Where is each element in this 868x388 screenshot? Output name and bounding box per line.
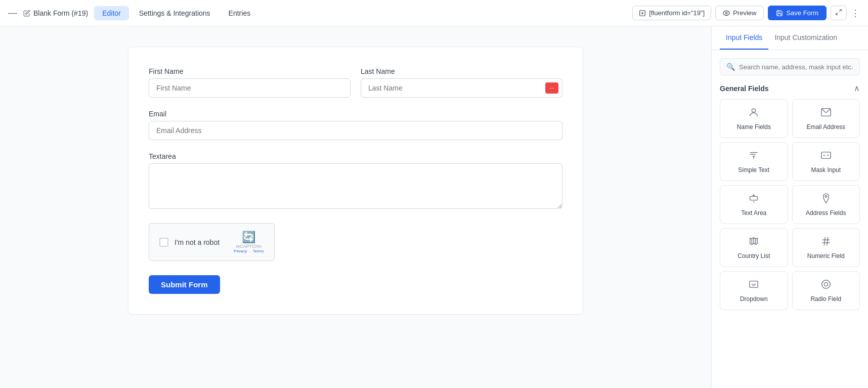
captcha-label: I'm not a robot [175, 238, 220, 246]
field-label-numeric-field: Numeric Field [807, 252, 845, 260]
name-row: First Name Last Name ··· [149, 67, 562, 98]
svg-point-24 [822, 280, 831, 289]
field-action-button[interactable]: ··· [545, 82, 558, 94]
last-name-label: Last Name [361, 67, 562, 75]
section-title: General Fields [720, 84, 768, 93]
last-name-group: Last Name ··· [361, 67, 562, 98]
svg-rect-23 [750, 281, 758, 288]
field-label-country-list: Country List [737, 252, 770, 260]
email-group: Email [149, 110, 562, 140]
captcha-logo: 🔄 reCAPTCHA Privacy - Terms [234, 231, 264, 253]
svg-point-1 [725, 12, 727, 14]
field-label-address-fields: Address Fields [806, 209, 846, 217]
save-form-button[interactable]: Save Form [768, 6, 827, 20]
form-container: First Name Last Name ··· Email Texta [128, 47, 583, 315]
field-item-radio-field[interactable]: Radio Field [792, 271, 860, 310]
field-item-mask-input[interactable]: Mask Input [792, 142, 860, 181]
textarea-label: Textarea [149, 152, 562, 160]
expand-icon [835, 9, 842, 16]
general-fields-header: General Fields ∧ [720, 83, 860, 93]
address-icon [820, 193, 832, 206]
form-title[interactable]: Blank Form (#19) [23, 9, 88, 17]
field-item-dropdown[interactable]: Dropdown [720, 271, 788, 310]
field-label-mask-input: Mask Input [811, 166, 841, 174]
field-item-name-fields[interactable]: Name Fields [720, 99, 788, 138]
recaptcha-brand: reCAPTCHA [236, 244, 262, 249]
numeric-icon [820, 236, 832, 249]
recaptcha-icon: 🔄 [242, 231, 255, 244]
last-name-input-wrapper: ··· [361, 78, 562, 98]
shortcode-button[interactable]: [fluentform id="19"] [632, 6, 711, 20]
tab-input-customization[interactable]: Input Customization [768, 26, 843, 50]
fields-grid: Name Fields Email Address Simple Text [720, 99, 860, 310]
first-name-group: First Name [149, 67, 351, 98]
save-icon [776, 10, 783, 17]
field-label-simple-text: Simple Text [738, 166, 769, 174]
svg-point-4 [752, 109, 756, 112]
field-search-input[interactable] [739, 63, 853, 71]
field-label-name-fields: Name Fields [737, 123, 771, 131]
field-item-text-area[interactable]: Text Area [720, 185, 788, 224]
country-icon [748, 236, 759, 249]
dropdown-icon [748, 279, 759, 292]
search-box: 🔍 [720, 58, 860, 75]
main-content: First Name Last Name ··· Email Texta [0, 26, 868, 388]
search-icon: 🔍 [726, 63, 735, 71]
field-item-simple-text[interactable]: Simple Text [720, 142, 788, 181]
minimize-button[interactable]: — [8, 8, 17, 18]
shortcode-icon [639, 10, 646, 17]
field-label-text-area: Text Area [741, 209, 766, 217]
svg-point-25 [824, 282, 828, 286]
text-icon [748, 150, 759, 163]
field-label-email-address: Email Address [806, 123, 845, 131]
textarea-group: Textarea [149, 152, 562, 209]
last-name-input[interactable] [361, 78, 562, 98]
tab-settings[interactable]: Settings & Integrations [131, 6, 219, 20]
captcha-privacy-terms: Privacy - Terms [234, 249, 264, 253]
svg-rect-14 [750, 196, 758, 200]
email-label: Email [149, 110, 562, 118]
tab-entries[interactable]: Entries [221, 6, 259, 20]
panel-body: 🔍 General Fields ∧ Name Fields [712, 50, 868, 388]
top-navigation: — Blank Form (#19) Editor Settings & Int… [0, 0, 868, 26]
email-icon [820, 107, 832, 120]
field-item-email-address[interactable]: Email Address [792, 99, 860, 138]
svg-line-3 [836, 13, 838, 15]
preview-button[interactable]: Preview [715, 6, 764, 20]
right-panel: Input Fields Input Customization 🔍 Gener… [711, 26, 868, 388]
svg-line-21 [824, 237, 825, 246]
first-name-input[interactable] [149, 78, 351, 98]
field-item-address-fields[interactable]: Address Fields [792, 185, 860, 224]
svg-point-15 [825, 196, 827, 198]
panel-tabs: Input Fields Input Customization [712, 26, 868, 50]
svg-rect-8 [821, 152, 831, 159]
email-input[interactable] [149, 121, 562, 140]
expand-button[interactable] [831, 6, 847, 20]
person-icon [748, 107, 759, 120]
tab-editor[interactable]: Editor [94, 6, 129, 20]
textarea-icon [748, 193, 759, 206]
svg-line-22 [827, 237, 828, 246]
form-area: First Name Last Name ··· Email Texta [0, 26, 711, 388]
captcha-box: I'm not a robot 🔄 reCAPTCHA Privacy - Te… [149, 223, 275, 261]
edit-icon [23, 10, 30, 17]
first-name-label: First Name [149, 67, 351, 75]
field-item-numeric-field[interactable]: Numeric Field [792, 228, 860, 267]
captcha-area: I'm not a robot 🔄 reCAPTCHA Privacy - Te… [149, 223, 562, 261]
radio-icon [820, 279, 832, 292]
field-label-radio-field: Radio Field [810, 295, 841, 303]
field-label-dropdown: Dropdown [740, 295, 768, 303]
mask-icon [820, 150, 832, 163]
section-toggle-button[interactable]: ∧ [854, 83, 860, 93]
eye-icon [723, 10, 730, 17]
tab-input-fields[interactable]: Input Fields [720, 26, 768, 50]
more-options-button[interactable]: ⋮ [851, 8, 860, 19]
submit-button[interactable]: Submit Form [149, 275, 220, 294]
field-item-country-list[interactable]: Country List [720, 228, 788, 267]
svg-line-2 [839, 10, 841, 12]
nav-tabs: Editor Settings & Integrations Entries [94, 6, 258, 20]
textarea-input[interactable] [149, 163, 562, 209]
captcha-checkbox[interactable] [159, 238, 168, 247]
